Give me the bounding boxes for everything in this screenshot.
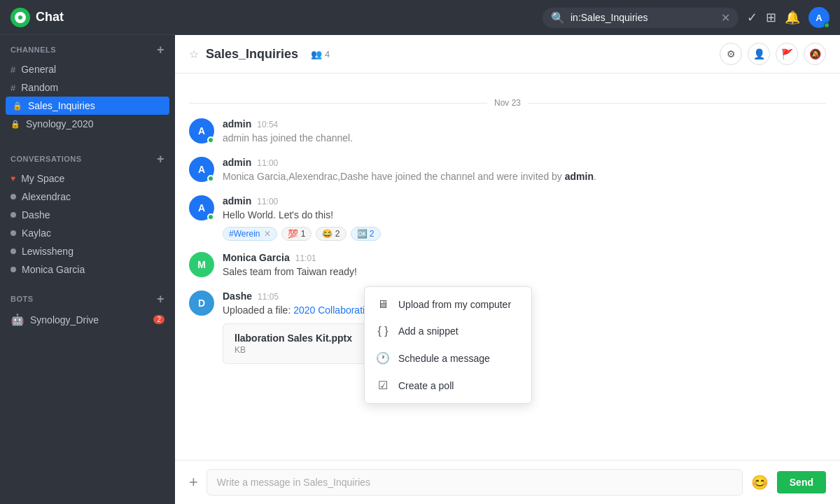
search-clear-button[interactable]: ✕	[721, 11, 730, 24]
sidebar-item-synology-drive[interactable]: 🤖 Synology_Drive 2	[0, 309, 175, 330]
add-channel-button[interactable]: +	[157, 43, 164, 56]
channel-name-random: Random	[21, 82, 58, 93]
search-input[interactable]	[570, 12, 715, 23]
message-content: admin 10:54 admin has joined the channel…	[223, 118, 826, 146]
monitor-icon: 🖥	[376, 298, 390, 311]
message-input[interactable]	[206, 469, 743, 496]
bell-icon[interactable]: 🔔	[785, 10, 800, 25]
message-text: Sales team from Taiwan ready!	[223, 265, 826, 279]
sender-name: Monica Garcia	[223, 252, 290, 263]
reaction-emoji-laugh[interactable]: 😂 2	[316, 227, 346, 241]
message-content: admin 11:00 Monica Garcia,Alexendrac,Das…	[223, 157, 826, 184]
message-header: Monica Garcia 11:01	[223, 252, 826, 263]
sender-name: admin	[223, 195, 251, 206]
popup-upload-computer[interactable]: 🖥 Upload from my computer	[365, 291, 531, 318]
check-circle-icon[interactable]: ✓	[747, 10, 757, 25]
remove-reaction-button[interactable]: ✕	[264, 229, 271, 239]
message-text: Monica Garcia,Alexendrac,Dashe have join…	[223, 169, 826, 184]
message-content: admin 11:00 Hello World. Let's do this! …	[223, 195, 826, 241]
header-actions: ⚙ 👤 🚩 🔕	[720, 43, 826, 65]
send-button[interactable]: Send	[777, 471, 826, 493]
message-row: A admin 11:00 Hello World. Let's do this…	[189, 195, 826, 241]
add-bot-button[interactable]: +	[157, 293, 164, 305]
system-text: admin has joined the channel.	[223, 132, 353, 144]
search-icon: 🔍	[551, 11, 565, 24]
popup-schedule-message[interactable]: 🕐 Schedule a message	[365, 344, 531, 372]
status-dot	[10, 230, 16, 236]
poll-icon: ☑	[376, 379, 390, 392]
sidebar-item-myspace[interactable]: ♥ My Space	[0, 169, 175, 188]
message-time: 11:05	[258, 292, 279, 302]
message-text: Hello World. Let's do this!	[223, 208, 826, 223]
notification-button[interactable]: 🔕	[804, 43, 826, 65]
avatar: A	[189, 195, 214, 220]
lock-icon: 🔒	[13, 102, 22, 111]
conversations-section-header: CONVERSATIONS +	[0, 144, 175, 169]
conv-name: Dashe	[22, 209, 50, 220]
heart-icon: ♥	[10, 174, 15, 183]
star-icon[interactable]: ☆	[189, 48, 199, 61]
app-title: Chat	[36, 10, 64, 24]
sidebar-item-synology-2020[interactable]: 🔒 Synology_2020	[0, 115, 175, 133]
members-button[interactable]: 👤	[748, 43, 770, 65]
bookmark-button[interactable]: 🚩	[776, 43, 798, 65]
popup-menu: 🖥 Upload from my computer { } Add a snip…	[364, 286, 532, 404]
attach-button[interactable]: +	[189, 473, 198, 491]
sidebar-item-alexendrac[interactable]: Alexendrac	[0, 188, 175, 206]
sidebar-item-dashe[interactable]: Dashe	[0, 206, 175, 224]
popup-item-label: Upload from my computer	[398, 299, 511, 310]
channel-header: ☆ Sales_Inquiries 👥 4 ⚙ 👤 🚩 🔕	[175, 35, 840, 74]
avatar: A	[189, 157, 214, 182]
message-header: admin 11:00	[223, 157, 826, 168]
system-text: Monica Garcia,Alexendrac,Dashe have join…	[223, 171, 596, 182]
user-avatar[interactable]: A	[808, 7, 830, 28]
topbar-icons: ✓ ⊞ 🔔 A	[747, 7, 830, 28]
popup-item-label: Create a poll	[398, 380, 454, 391]
reactions-bar: #Werein ✕ 💯 1 😂 2 🆗 2	[223, 227, 826, 241]
message-time: 11:00	[257, 197, 278, 206]
avatar: D	[189, 290, 214, 316]
sidebar-item-random[interactable]: # Random	[0, 78, 175, 97]
status-dot	[10, 248, 16, 254]
sidebar-item-lewissheng[interactable]: Lewissheng	[0, 242, 175, 260]
conv-name: My Space	[21, 173, 64, 184]
lock-icon: 🔒	[10, 120, 20, 129]
messages-area: Nov 23 A admin 10:54 admin has joined th…	[175, 74, 840, 460]
online-dot	[207, 175, 214, 182]
logo-icon	[10, 8, 30, 27]
sender-name: admin	[223, 118, 251, 130]
hash-icon: #	[10, 64, 15, 75]
reaction-hashtag-werein[interactable]: #Werein ✕	[223, 227, 277, 241]
reaction-emoji-ok[interactable]: 🆗 2	[351, 227, 381, 241]
reaction-emoji-100[interactable]: 💯 1	[281, 227, 312, 241]
message-header: admin 10:54	[223, 118, 826, 130]
sidebar-item-monica-garcia[interactable]: Monica Garcia	[0, 260, 175, 279]
message-content: Monica Garcia 11:01 Sales team from Taiw…	[223, 252, 826, 279]
member-icon: 👥	[311, 49, 322, 59]
grid-icon[interactable]: ⊞	[766, 10, 776, 25]
online-status-dot	[824, 22, 830, 28]
sidebar-item-general[interactable]: # General	[0, 60, 175, 78]
sidebar-item-kaylac[interactable]: Kaylac	[0, 224, 175, 242]
search-box[interactable]: 🔍 ✕	[542, 8, 738, 28]
popup-create-poll[interactable]: ☑ Create a poll	[365, 372, 531, 399]
emoji-button[interactable]: 😊	[751, 474, 769, 491]
status-dot	[10, 267, 16, 272]
sidebar-header: Chat	[0, 0, 175, 35]
tools-button[interactable]: ⚙	[720, 43, 742, 65]
bot-name: Synology_Drive	[30, 314, 99, 326]
popup-add-snippet[interactable]: { } Add a snippet	[365, 318, 531, 344]
conv-name: Monica Garcia	[22, 264, 85, 275]
member-count-number: 4	[325, 49, 330, 59]
conversations-label: CONVERSATIONS	[10, 155, 82, 163]
popup-item-label: Schedule a message	[398, 353, 490, 364]
sidebar-item-sales-inquiries[interactable]: 🔒 Sales_Inquiries	[6, 97, 169, 115]
conv-name: Alexendrac	[22, 191, 71, 202]
bots-label: BOTS	[10, 295, 34, 303]
channel-name-general: General	[21, 64, 56, 75]
unread-badge: 2	[153, 315, 164, 324]
add-conversation-button[interactable]: +	[157, 153, 164, 165]
date-label: Nov 23	[494, 98, 521, 108]
bots-section-header: BOTS +	[0, 284, 175, 309]
message-row: A admin 11:00 Monica Garcia,Alexendrac,D…	[189, 157, 826, 184]
